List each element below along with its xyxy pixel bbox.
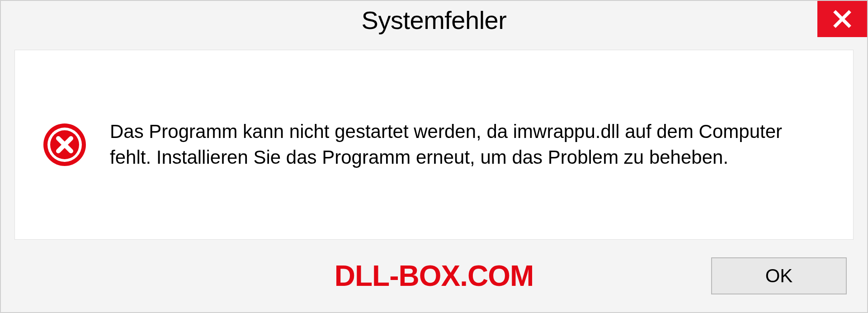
- error-dialog: Systemfehler Das Programm kann nicht ges…: [0, 0, 868, 313]
- error-icon: [42, 122, 87, 167]
- error-message: Das Programm kann nicht gestartet werden…: [110, 119, 826, 170]
- dialog-title: Systemfehler: [362, 5, 507, 35]
- close-icon: [832, 9, 852, 29]
- content-area: Das Programm kann nicht gestartet werden…: [14, 50, 854, 240]
- close-button[interactable]: [817, 1, 867, 37]
- titlebar: Systemfehler: [1, 1, 867, 42]
- watermark-text: DLL-BOX.COM: [335, 259, 534, 293]
- button-row: DLL-BOX.COM OK: [1, 240, 867, 312]
- ok-button[interactable]: OK: [711, 257, 847, 294]
